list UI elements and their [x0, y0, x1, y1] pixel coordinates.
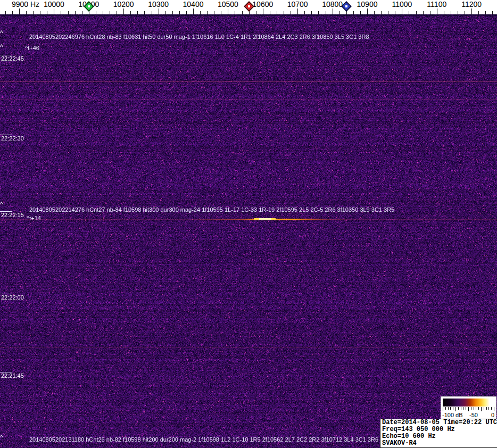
ruler-tick	[200, 11, 201, 14]
ruler-frequency-label: 10500	[218, 0, 238, 9]
ruler-tick	[326, 11, 326, 14]
ruler-tick	[193, 9, 194, 14]
ruler-tick	[465, 11, 465, 14]
ruler-tick	[130, 11, 131, 14]
ruler-tick	[409, 11, 409, 14]
ruler-tick	[54, 9, 54, 14]
ruler-tick	[12, 11, 13, 14]
time-label: 22:22:15	[1, 212, 24, 218]
ruler-frequency-label: 9900 Hz	[12, 0, 39, 9]
ruler-frequency-label: 10600	[252, 0, 273, 9]
ruler-tick	[159, 9, 159, 14]
legend-tick	[478, 407, 479, 410]
legend-tick	[486, 407, 487, 410]
ruler-tick	[471, 9, 472, 14]
ruler-tick	[360, 11, 361, 14]
legend-tick	[466, 407, 466, 410]
ruler-tick	[186, 11, 187, 14]
ruler-tick	[172, 11, 173, 14]
ruler-tick	[235, 11, 235, 14]
ruler-tick	[40, 11, 40, 14]
event-detail-line: 20140805202246976 hCnt28 nb-83 f10631 hi…	[29, 34, 369, 40]
ruler-frequency-label: 11000	[392, 0, 412, 9]
event-caret-icon: ^	[0, 434, 3, 441]
legend-tick	[491, 407, 492, 410]
ruler-tick	[26, 11, 27, 14]
ruler-frequency-label: 10900	[357, 0, 378, 9]
ruler-tick	[47, 11, 47, 14]
ruler-tick	[256, 11, 256, 14]
event-caret-icon: ^	[0, 43, 3, 51]
ruler-frequency-label: 10700	[287, 0, 308, 9]
legend-tick	[453, 407, 453, 410]
ruler-tick	[75, 11, 76, 14]
ruler-tick	[430, 11, 430, 14]
ruler-tick	[33, 11, 34, 14]
event-caret-icon: ^	[0, 201, 3, 208]
db-label-max: 0	[491, 412, 494, 418]
ruler-tick	[374, 11, 375, 14]
ruler-frequency-label: 10000	[44, 0, 64, 9]
legend-tick	[450, 407, 451, 410]
ruler-frequency-label: 10800	[322, 0, 343, 9]
event-detail-line: 20140805202131180 hCnt26 nb-82 f10598 hi…	[29, 436, 378, 443]
time-label: 22:22:45	[1, 55, 24, 62]
ruler-tick	[277, 11, 277, 14]
ruler-tick	[221, 11, 221, 14]
ruler-tick	[61, 11, 61, 14]
legend-tick	[484, 407, 484, 410]
ruler-tick	[207, 11, 208, 14]
ruler-tick	[242, 11, 243, 14]
station-info-box: Date=2014-08-05 Time=20:22 UTC Freq=143 …	[380, 419, 497, 448]
ruler-tick	[333, 9, 333, 14]
ruler-tick	[297, 9, 298, 14]
time-label: 22:22:30	[1, 135, 24, 142]
ruler-tick	[353, 11, 354, 14]
legend-tick	[481, 407, 482, 411]
ruler-tick	[451, 11, 451, 14]
ruler-tick	[96, 11, 96, 14]
spectrogram-display[interactable]	[0, 14, 497, 448]
legend-tick	[494, 407, 494, 411]
ruler-tick	[144, 11, 145, 14]
ruler-frequency-label: 10200	[113, 0, 134, 9]
ruler-tick	[284, 11, 284, 14]
db-gradient-bar	[443, 399, 494, 406]
time-label: 22:21:45	[1, 372, 24, 379]
ruler-frequency-label: 11100	[427, 0, 446, 9]
ruler-tick	[478, 11, 479, 14]
legend-tick	[474, 407, 474, 410]
ruler-tick	[270, 11, 270, 14]
ruler-tick	[291, 11, 291, 14]
legend-tick	[463, 407, 463, 410]
ruler-tick	[263, 9, 263, 14]
db-label-min: -100 dB	[442, 412, 463, 418]
ruler-frequency-label: 10300	[148, 0, 169, 9]
ruler-tick	[318, 11, 319, 14]
ruler-tick	[152, 11, 152, 14]
ruler-tick	[339, 11, 340, 14]
legend-tick	[468, 407, 469, 411]
ruler-tick	[304, 11, 305, 14]
ruler-tick	[68, 11, 69, 14]
legend-tick	[445, 407, 446, 410]
ruler-tick	[381, 11, 382, 14]
ruler-tick	[5, 11, 6, 14]
time-label: 22:22:00	[1, 294, 24, 301]
db-scale-ticks	[443, 407, 494, 412]
ruler-tick	[179, 11, 180, 14]
ruler-tick	[485, 11, 486, 14]
frequency-ruler: 9900 Hz100001010010200103001040010500106…	[0, 0, 497, 14]
event-time-offset: ^t+46	[25, 45, 39, 51]
event-caret-icon: ^	[0, 29, 3, 37]
meteor-spectrogram-window: 9900 Hz100001010010200103001040010500106…	[0, 0, 497, 448]
ruler-frequency-label: 11200	[461, 0, 482, 9]
ruler-tick	[311, 11, 312, 14]
legend-tick	[448, 407, 449, 410]
ruler-tick	[228, 9, 228, 14]
ruler-tick	[110, 11, 110, 14]
ruler-frequency-label: 10400	[183, 0, 204, 9]
ruler-tick	[117, 11, 117, 14]
ruler-tick	[82, 11, 82, 14]
ruler-tick	[444, 11, 444, 14]
